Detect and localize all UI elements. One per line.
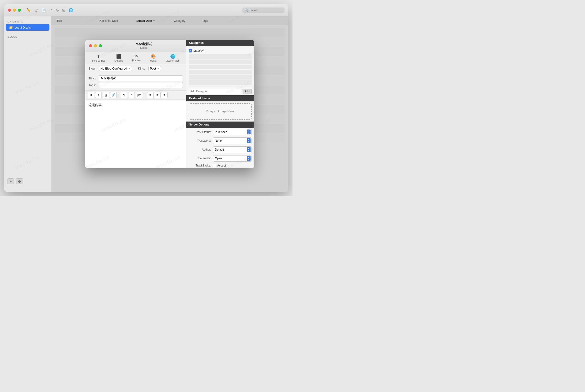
category-label: Mac软件 [193, 49, 205, 53]
category-checkbox[interactable] [189, 49, 192, 52]
blog-value: No Blog Configured [101, 67, 127, 70]
comments-select[interactable]: Open ▲▼ [213, 155, 252, 162]
body-text: 这是内容 [89, 103, 103, 107]
blog-dropdown-arrow: ▼ [128, 67, 130, 70]
comments-row: Comments: Open ▲▼ [186, 154, 254, 163]
category-spacer [189, 60, 252, 64]
modal-overlay: Mac毒测试 Edited ⬆ Send to Blog ⬛ [51, 16, 288, 192]
add-category-row: Add [186, 87, 254, 95]
italic-button[interactable]: I [95, 92, 102, 98]
password-select[interactable]: None ▲▼ [213, 138, 252, 144]
category-spacer [189, 75, 252, 80]
refresh-icon[interactable]: ↺ [50, 8, 53, 12]
title-field-label: Title: [89, 76, 99, 80]
sidebar-blogs-section: Blogs [4, 34, 51, 39]
link-button[interactable]: 🔗 [110, 92, 117, 98]
media-button[interactable]: 🎨 Media [148, 53, 159, 63]
editor-body[interactable]: 这是内容 [85, 100, 186, 168]
layout-icon[interactable]: ⊞ [62, 8, 65, 12]
content-area: Title Published Date Edited Date ▼ Categ… [51, 16, 288, 192]
comments-value: Open [215, 157, 246, 160]
categories-header: Categories [186, 40, 254, 46]
settings-button[interactable]: ⚙ [16, 178, 23, 184]
author-arrows: ▲▼ [247, 147, 250, 152]
sidebar-blogs-title: Blogs [4, 34, 51, 39]
align-right-button[interactable]: ≡ [161, 92, 168, 98]
kind-select[interactable]: Post ▼ [148, 66, 161, 71]
editor-close-button[interactable] [89, 44, 92, 47]
categories-content: Mac软件 [186, 46, 254, 87]
align-group: ≡ ≡ ≡ [147, 92, 168, 98]
paragraph-button[interactable]: ¶ [121, 92, 127, 98]
trackbacks-checkbox[interactable] [213, 164, 216, 167]
bold-button[interactable]: B [88, 92, 94, 98]
view-on-web-button[interactable]: 🌐 View on Web [163, 53, 182, 63]
preview-label: Preview [132, 59, 141, 62]
blog-select[interactable]: No Blog Configured ▼ [99, 66, 132, 71]
comments-label: Comments: [189, 157, 211, 160]
editor-meta-row: Blog: No Blog Configured ▼ Kind: Post ▼ [85, 64, 186, 73]
send-to-blog-icon: ⬆ [97, 54, 100, 59]
category-spacer [189, 65, 252, 69]
title-field-input[interactable] [99, 76, 183, 81]
author-select[interactable]: Default ▲▼ [213, 146, 252, 153]
password-row: Password: None ▲▼ [186, 136, 254, 145]
doc-sub: Edited [105, 46, 182, 49]
featured-image-header: Featured Image [186, 95, 254, 102]
editor-doc-title: Mac毒测试 Edited [105, 42, 182, 49]
app-window: ✏️ 🗑 📄 ↺ ⊙ ⊞ 🌐 🔍 On My Mac 📁 Local Draft… [4, 4, 288, 192]
send-to-blog-label: Send to Blog [92, 60, 105, 62]
options-label: Options [115, 60, 123, 62]
main-content: On My Mac 📁 Local Drafts Blogs + ⚙ Title [4, 16, 288, 192]
editor-titlebar: Mac毒测试 Edited [85, 40, 186, 52]
post-status-select[interactable]: Published ▲▼ [213, 129, 252, 135]
sidebar-item-local-drafts[interactable]: 📁 Local Drafts [6, 24, 50, 31]
category-item[interactable]: Mac软件 [189, 48, 252, 54]
trackbacks-label: TrackBacks: [189, 164, 211, 167]
add-category-input[interactable] [189, 89, 241, 94]
editor-minimize-button[interactable] [94, 44, 97, 47]
tags-field-input[interactable] [99, 82, 183, 88]
globe-icon[interactable]: ⊙ [56, 8, 59, 12]
editor-traffic-lights [89, 44, 102, 47]
post-status-row: Post Status: Published ▲▼ [186, 128, 254, 136]
align-left-button[interactable]: ≡ [147, 92, 154, 98]
blockquote-button[interactable]: ❝ [128, 92, 135, 98]
kind-label: Kind: [138, 67, 145, 70]
comments-arrows: ▲▼ [247, 156, 250, 161]
view-on-web-label: View on Web [166, 60, 180, 62]
maximize-button[interactable] [18, 9, 21, 12]
folder-icon: 📁 [9, 26, 13, 29]
featured-image-label: Drag an Image Here [206, 110, 234, 113]
doc-icon[interactable]: 📄 [42, 8, 46, 12]
editor-maximize-button[interactable] [99, 44, 102, 47]
preview-icon: 👁 [134, 54, 139, 59]
featured-image-dropzone[interactable]: Drag an Image Here [189, 103, 252, 120]
author-row: Author: Default ▲▼ [186, 145, 254, 154]
view-on-web-icon: 🌐 [170, 54, 175, 59]
close-button[interactable] [8, 9, 11, 12]
category-spacer [189, 54, 252, 59]
world-icon[interactable]: 🌐 [69, 8, 73, 12]
kind-value: Post [150, 67, 156, 70]
media-label: Media [150, 60, 156, 62]
toolbar-icons: ✏️ 🗑 📄 ↺ ⊙ ⊞ 🌐 [27, 8, 73, 12]
add-category-button[interactable]: Add [242, 89, 252, 94]
search-input[interactable] [250, 8, 282, 12]
server-options-header: Server Options [186, 122, 254, 128]
add-blog-button[interactable]: + [8, 178, 14, 184]
new-doc-icon[interactable]: ✏️ [27, 8, 31, 12]
search-bar[interactable]: 🔍 [242, 8, 284, 13]
preview-button[interactable]: 👁 Preview [130, 53, 143, 63]
options-button[interactable]: ⬛ Options [113, 53, 125, 63]
minimize-button[interactable] [13, 9, 16, 12]
underline-button[interactable]: U [103, 92, 109, 98]
sidebar-bottom-buttons: + ⚙ [4, 176, 51, 186]
trash-icon[interactable]: 🗑 [35, 8, 38, 12]
doc-name: Mac毒测试 [105, 42, 182, 46]
send-to-blog-button[interactable]: ⬆ Send to Blog [90, 53, 108, 63]
blog-label: Blog: [89, 67, 96, 70]
preformat-button[interactable]: pre [136, 92, 143, 98]
align-center-button[interactable]: ≡ [154, 92, 161, 98]
title-bar: ✏️ 🗑 📄 ↺ ⊙ ⊞ 🌐 🔍 [4, 4, 288, 16]
